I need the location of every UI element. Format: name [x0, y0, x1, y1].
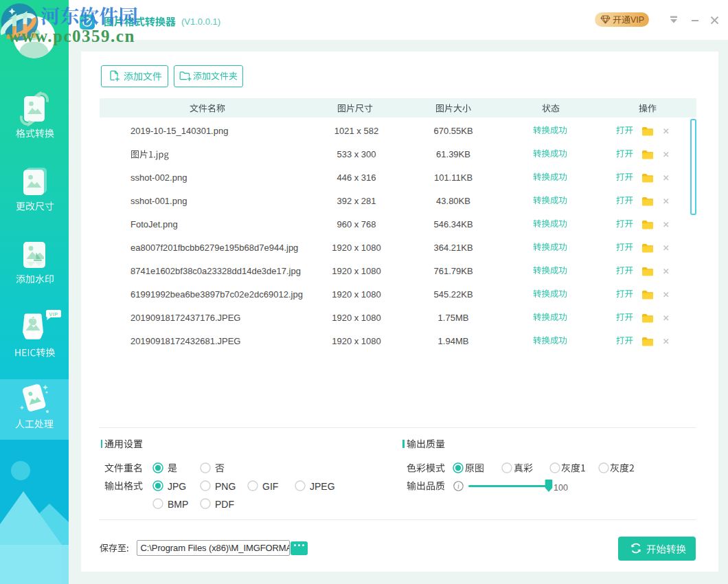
svg-text:i: i	[457, 482, 459, 490]
svg-text:VIP: VIP	[49, 311, 58, 317]
